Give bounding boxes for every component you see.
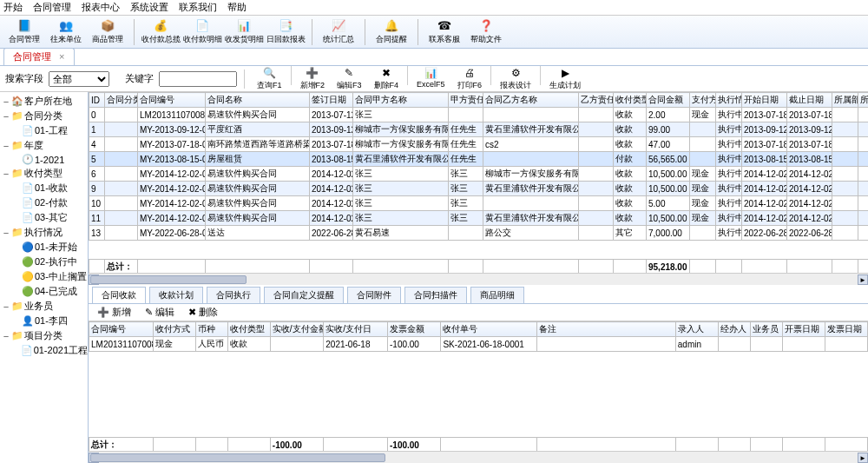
col-合同金额[interactable]: 合同金额 (647, 93, 690, 108)
col-合同甲方名称[interactable]: 合同甲方名称 (353, 93, 449, 108)
col-所属部门[interactable]: 所属部门 (832, 93, 858, 108)
table-row[interactable]: 6MY-2014-12-02-0001易速软件购买合同2014-12-02张三张… (89, 167, 869, 182)
ribbon-商品管理[interactable]: 📦商品管理 (89, 17, 127, 47)
search-btn-编辑F3[interactable]: ✎编辑F3 (332, 66, 367, 91)
table-row[interactable]: LM201311070083现金人民币收款2021-06-18-100.00SK… (89, 337, 868, 352)
ribbon-往来单位[interactable]: 👥往来单位 (47, 17, 85, 47)
main-grid[interactable]: ID合同分类合同编号合同名称签订日期合同甲方名称甲方责任人合同乙方名称乙方责任人… (89, 92, 868, 241)
search-field-select[interactable]: 全部 (49, 71, 109, 87)
tree-04-已完成[interactable]: 🟢04-已完成 (0, 284, 88, 299)
col-支付方式[interactable]: 支付方式 (690, 93, 716, 108)
expand-icon[interactable]: − (2, 141, 10, 151)
col-所属项目[interactable]: 所属项目 (858, 93, 869, 108)
col-实收/支付日[interactable]: 实收/支付日 (324, 322, 388, 337)
tab-contract-mgmt[interactable]: 合同管理 × (3, 48, 75, 65)
sub-删除[interactable]: ✖删除 (185, 305, 221, 320)
col-合同分类[interactable]: 合同分类 (105, 93, 138, 108)
col-签订日期[interactable]: 签订日期 (310, 93, 353, 108)
search-btn-打印F6[interactable]: 🖨打印F6 (452, 66, 488, 91)
tree-收付类型[interactable]: −📁收付类型 (0, 166, 88, 181)
tree-01-收款[interactable]: 📄01-收款 (0, 181, 88, 195)
col-截止日期[interactable]: 截止日期 (787, 93, 832, 108)
tree-01-2021工程[interactable]: 📄01-2021工程 (0, 343, 88, 358)
expand-icon[interactable]: − (2, 111, 10, 122)
tree-01-未开始[interactable]: 🔵01-未开始 (0, 240, 88, 255)
col-币种[interactable]: 币种 (195, 322, 227, 337)
table-row[interactable]: 10MY-2014-12-02-0005易速软件购买合同2014-12-02张三… (89, 196, 869, 211)
subtab-合同附件[interactable]: 合同附件 (347, 287, 401, 303)
expand-icon[interactable]: − (2, 169, 10, 179)
col-录入人[interactable]: 录入人 (675, 322, 718, 337)
search-btn-删除F4[interactable]: ✖删除F4 (369, 66, 404, 91)
main-hscroll[interactable]: ◄ ► (89, 273, 868, 285)
ribbon-收付款明细[interactable]: 📄收付款明细 (183, 17, 221, 47)
ribbon-联系客服[interactable]: ☎联系客服 (425, 17, 464, 47)
col-合同编号[interactable]: 合同编号 (138, 93, 206, 108)
scroll-thumb[interactable] (90, 453, 385, 462)
ribbon-合同管理[interactable]: 📘合同管理 (5, 17, 43, 47)
tree-业务员[interactable]: −📁业务员 (0, 299, 88, 314)
tree-01-工程[interactable]: 📄01-工程 (0, 123, 88, 138)
menu-contact[interactable]: 联系我们 (179, 1, 217, 14)
tree-客户所在地[interactable]: −🏠客户所在地 (0, 94, 88, 109)
col-发票日期[interactable]: 发票日期 (825, 322, 867, 337)
expand-icon[interactable]: − (2, 301, 10, 312)
col-合同名称[interactable]: 合同名称 (206, 93, 310, 108)
ribbon-日回款报表[interactable]: 📑日回款报表 (266, 17, 305, 47)
tree-03-中止搁置[interactable]: 🟡03-中止搁置 (0, 269, 88, 284)
menu-settings[interactable]: 系统设置 (130, 1, 168, 14)
ribbon-帮助文件[interactable]: ❓帮助文件 (467, 17, 505, 47)
search-btn-查询F1[interactable]: 🔍查询F1 (252, 66, 287, 91)
detail-hscroll[interactable]: ◄ ► (89, 451, 868, 463)
menu-contract[interactable]: 合同管理 (33, 1, 71, 14)
col-收付单号[interactable]: 收付单号 (441, 322, 537, 337)
col-业务员[interactable]: 业务员 (750, 322, 782, 337)
col-备注[interactable]: 备注 (537, 322, 676, 337)
col-收付类型[interactable]: 收付类型 (227, 322, 270, 337)
tree-年度[interactable]: −📁年度 (0, 138, 88, 153)
menu-start[interactable]: 开始 (3, 1, 23, 14)
expand-icon[interactable]: − (2, 228, 10, 238)
tree-01-李四[interactable]: 👤01-李四 (0, 314, 88, 328)
search-btn-新增F2[interactable]: ➕新增F2 (295, 66, 331, 91)
tree-1-2021[interactable]: 🕐1-2021 (0, 153, 88, 166)
ribbon-合同提醒[interactable]: 🔔合同提醒 (372, 17, 411, 47)
col-收付方式[interactable]: 收付方式 (153, 322, 195, 337)
search-kw-input[interactable] (159, 71, 237, 87)
scroll-right-icon[interactable]: ► (858, 453, 868, 463)
sub-新增[interactable]: ➕新增 (94, 305, 135, 320)
expand-icon[interactable]: − (2, 331, 10, 341)
subtab-商品明细[interactable]: 商品明细 (470, 287, 524, 303)
subtab-收款计划[interactable]: 收款计划 (149, 287, 203, 303)
col-ID[interactable]: ID (89, 93, 105, 108)
subtab-合同扫描件[interactable]: 合同扫描件 (404, 287, 467, 303)
table-row[interactable]: 11MY-2014-12-02-0006易速软件购买合同2014-12-02张三… (89, 211, 869, 226)
scroll-right-icon[interactable]: ► (858, 274, 868, 285)
scroll-thumb[interactable] (90, 275, 247, 284)
col-收付类型[interactable]: 收付类型 (614, 93, 647, 108)
table-row[interactable]: 9MY-2014-12-02-0004易速软件购买合同2014-12-02张三张… (89, 182, 869, 196)
col-合同编号[interactable]: 合同编号 (89, 322, 154, 337)
table-row[interactable]: 13MY-2022-06-28-0001送达2022-06-28黄石易速路公交其… (89, 226, 869, 241)
col-合同乙方名称[interactable]: 合同乙方名称 (483, 93, 579, 108)
expand-icon[interactable]: − (2, 96, 10, 107)
tab-close-icon[interactable]: × (59, 51, 64, 62)
table-row[interactable]: 4MY-2013-07-18-0001南环路禁道西路等道路桥梁工程2013-07… (89, 137, 869, 152)
tree-执行情况[interactable]: −📁执行情况 (0, 225, 88, 240)
col-开票日期[interactable]: 开票日期 (782, 322, 825, 337)
search-btn-ExcelF5[interactable]: 📊ExcelF5 (411, 66, 450, 91)
col-发票金额[interactable]: 发票金额 (388, 322, 441, 337)
detail-grid[interactable]: 合同编号收付方式币种收付类型实收/支付金额实收/支付日发票金额收付单号备注录入人… (89, 321, 868, 352)
ribbon-统计汇总[interactable]: 📈统计汇总 (319, 17, 358, 47)
search-btn-报表设计[interactable]: ⚙报表设计 (495, 66, 536, 91)
tree-合同分类[interactable]: −📁合同分类 (0, 109, 88, 123)
table-row[interactable]: 0LM201311070083易速软件购买合同2013-07-12张三收款2.0… (89, 108, 869, 122)
tree-02-付款[interactable]: 📄02-付款 (0, 195, 88, 210)
menu-report[interactable]: 报表中心 (82, 1, 120, 14)
col-乙方责任人[interactable]: 乙方责任人 (579, 93, 614, 108)
tree-项目分类[interactable]: −📁项目分类 (0, 328, 88, 343)
tree-02-执行中[interactable]: 🟢02-执行中 (0, 255, 88, 269)
col-实收/支付金额[interactable]: 实收/支付金额 (270, 322, 323, 337)
sub-编辑[interactable]: ✎编辑 (141, 305, 178, 320)
col-执行情况[interactable]: 执行情况 (716, 93, 742, 108)
